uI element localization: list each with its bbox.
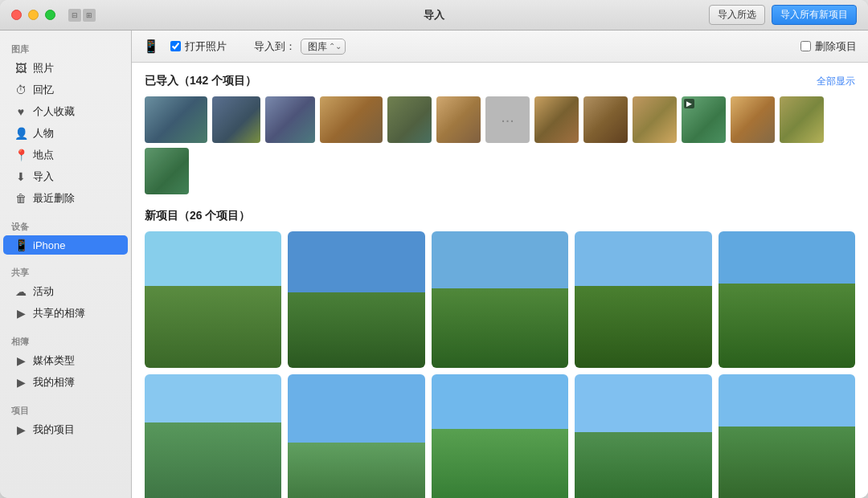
sidebar-item-media-types-label: 媒体类型 (33, 353, 75, 368)
open-photos-label[interactable]: 打开照片 (170, 39, 227, 54)
sidebar-item-photos-label: 照片 (33, 61, 54, 76)
sidebar-item-people[interactable]: 👤 人物 (3, 123, 128, 144)
sidebar-item-my-albums-label: 我的相簿 (33, 375, 75, 390)
imported-thumb[interactable]: ▶ (682, 96, 726, 143)
sidebar-item-import-label: 导入 (33, 169, 54, 184)
sidebar-item-memories-label: 回忆 (33, 83, 54, 97)
new-photo-grid (145, 231, 855, 498)
delete-items-label[interactable]: 删除项目 (800, 39, 857, 54)
show-all-link[interactable]: 全部显示 (817, 75, 855, 88)
sidebar-item-places-label: 地点 (33, 148, 54, 162)
sidebar-item-shared-album-label: 共享的相簿 (33, 306, 85, 320)
titlebar-actions: 导入所选 导入所有新项目 (709, 5, 857, 25)
sidebar-item-activity[interactable]: ☁ 活动 (3, 281, 128, 302)
open-photos-checkbox[interactable] (170, 41, 181, 51)
new-thumb[interactable] (719, 231, 855, 368)
sidebar-item-media-types[interactable]: ▶ 媒体类型 (3, 350, 128, 371)
sidebar-item-memories[interactable]: ⏱ 回忆 (3, 80, 128, 100)
sidebar-library-label: 图库 (0, 39, 131, 57)
sidebar-item-places[interactable]: 📍 地点 (3, 145, 128, 165)
new-section-header: 新项目（26 个项目） (145, 209, 855, 223)
import-to-label: 导入到： (254, 39, 296, 54)
import-destination-wrapper: 图库 ⌃⌄ (301, 39, 346, 55)
new-thumb[interactable] (575, 231, 711, 368)
imported-thumb[interactable] (436, 96, 481, 143)
new-thumb[interactable] (575, 374, 711, 498)
imported-thumb[interactable] (387, 96, 432, 143)
content-area: 📱 打开照片 导入到： 图库 ⌃⌄ 删除项目 (132, 31, 868, 498)
imported-thumb[interactable] (320, 96, 383, 143)
delete-items-checkbox[interactable] (800, 41, 811, 51)
import-all-button[interactable]: 导入所有新项目 (772, 5, 857, 25)
iphone-icon: 📱 (14, 239, 27, 251)
import-to-group: 导入到： 图库 ⌃⌄ (254, 39, 346, 55)
imported-section-title: 已导入（142 个项目） (145, 74, 256, 88)
window-controls: ⊟ ⊞ (11, 9, 96, 22)
video-badge: ▶ (684, 99, 694, 108)
media-types-icon: ▶ (14, 354, 27, 367)
sidebar-item-my-albums[interactable]: ▶ 我的相簿 (3, 372, 128, 393)
new-thumb[interactable] (432, 231, 568, 368)
sidebar-item-activity-label: 活动 (33, 284, 54, 299)
sidebar-share-label: 共享 (0, 262, 131, 280)
imported-thumb[interactable] (212, 96, 260, 143)
new-thumb[interactable] (145, 374, 281, 498)
new-thumb[interactable] (288, 374, 424, 498)
import-selected-button[interactable]: 导入所选 (709, 5, 765, 25)
favorites-icon: ♥ (14, 105, 27, 118)
sidebar-item-photos[interactable]: 🖼 照片 (3, 58, 128, 79)
content-scroll[interactable]: 已导入（142 个项目） 全部显示 ··· (132, 63, 868, 498)
imported-thumb[interactable] (145, 148, 189, 194)
sidebar-item-iphone[interactable]: 📱 iPhone (3, 235, 128, 255)
sidebar-item-iphone-label: iPhone (33, 239, 65, 251)
import-destination-select[interactable]: 图库 (301, 39, 346, 55)
imported-thumb[interactable]: ··· (485, 96, 530, 143)
new-thumb[interactable] (288, 231, 424, 368)
imported-photo-grid: ··· ▶ (145, 96, 855, 194)
resize-icon[interactable]: ⊟ (68, 9, 81, 22)
places-icon: 📍 (14, 149, 27, 161)
sidebar-album-label: 相簿 (0, 331, 131, 349)
photos-icon: 🖼 (14, 62, 27, 75)
titlebar: ⊟ ⊞ 导入 导入所选 导入所有新项目 (0, 0, 868, 31)
sidebar-device-label: 设备 (0, 216, 131, 235)
sidebar-item-favorites[interactable]: ♥ 个人收藏 (3, 101, 128, 122)
new-section-title: 新项目（26 个项目） (145, 209, 250, 223)
sidebar: 图库 🖼 照片 ⏱ 回忆 ♥ 个人收藏 👤 人物 📍 地点 ⬇ (0, 31, 132, 498)
expand-icon[interactable]: ⊞ (83, 9, 96, 22)
imported-thumb[interactable] (780, 96, 824, 143)
sidebar-item-import[interactable]: ⬇ 导入 (3, 166, 128, 187)
sidebar-item-my-projects[interactable]: ▶ 我的项目 (3, 419, 128, 440)
imported-thumb[interactable] (731, 96, 775, 143)
imported-section-header: 已导入（142 个项目） 全部显示 (145, 74, 855, 88)
minimize-button[interactable] (28, 10, 39, 20)
sidebar-project-label: 项目 (0, 400, 131, 418)
window-title: 导入 (424, 8, 444, 22)
my-projects-icon: ▶ (14, 423, 27, 436)
new-thumb[interactable] (719, 374, 855, 498)
memories-icon: ⏱ (14, 84, 27, 96)
imported-thumb[interactable] (583, 96, 628, 143)
close-button[interactable] (11, 10, 22, 20)
imported-thumb[interactable] (145, 96, 207, 143)
trash-icon: 🗑 (14, 192, 27, 205)
main-layout: 图库 🖼 照片 ⏱ 回忆 ♥ 个人收藏 👤 人物 📍 地点 ⬇ (0, 31, 868, 498)
people-icon: 👤 (14, 127, 27, 140)
imported-thumb[interactable] (534, 96, 579, 143)
import-icon: ⬇ (14, 170, 27, 183)
device-topbar-icon: 📱 (143, 39, 159, 54)
activity-icon: ☁ (14, 285, 27, 298)
resize-handle: ⊟ ⊞ (68, 9, 96, 22)
new-thumb[interactable] (145, 231, 281, 368)
sidebar-item-my-projects-label: 我的项目 (33, 422, 75, 437)
imported-thumb[interactable] (265, 96, 315, 143)
sidebar-item-people-label: 人物 (33, 126, 54, 141)
new-thumb[interactable] (432, 374, 568, 498)
sidebar-item-recently-deleted[interactable]: 🗑 最近删除 (3, 188, 128, 209)
imported-thumb[interactable] (633, 96, 677, 143)
maximize-button[interactable] (45, 10, 55, 20)
content-topbar: 📱 打开照片 导入到： 图库 ⌃⌄ 删除项目 (132, 31, 868, 63)
my-albums-icon: ▶ (14, 376, 27, 389)
shared-album-icon: ▶ (14, 307, 27, 320)
sidebar-item-shared-album[interactable]: ▶ 共享的相簿 (3, 303, 128, 324)
